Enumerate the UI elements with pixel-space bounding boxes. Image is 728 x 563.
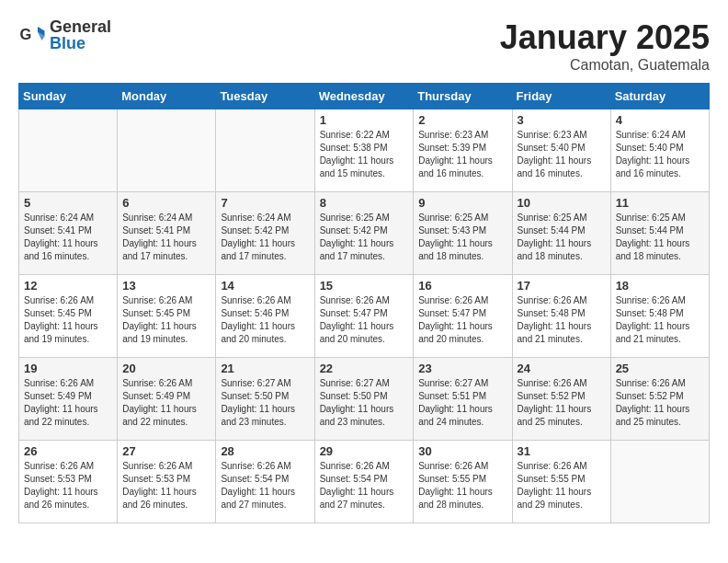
calendar-cell: 1Sunrise: 6:22 AM Sunset: 5:38 PM Daylig…	[314, 109, 414, 192]
calendar-cell: 6Sunrise: 6:24 AM Sunset: 5:41 PM Daylig…	[118, 192, 216, 275]
calendar-cell: 22Sunrise: 6:27 AM Sunset: 5:50 PM Dayli…	[314, 358, 414, 441]
day-info: Sunrise: 6:27 AM Sunset: 5:50 PM Dayligh…	[320, 377, 409, 429]
day-info: Sunrise: 6:25 AM Sunset: 5:42 PM Dayligh…	[320, 212, 409, 263]
day-info: Sunrise: 6:26 AM Sunset: 5:47 PM Dayligh…	[320, 294, 409, 346]
day-number: 25	[616, 362, 704, 375]
calendar-cell: 31Sunrise: 6:26 AM Sunset: 5:55 PM Dayli…	[512, 441, 610, 523]
calendar-cell	[118, 109, 216, 192]
day-info: Sunrise: 6:27 AM Sunset: 5:51 PM Dayligh…	[418, 377, 506, 429]
week-row-4: 19Sunrise: 6:26 AM Sunset: 5:49 PM Dayli…	[19, 358, 710, 441]
header-cell-tuesday: Tuesday	[216, 84, 314, 109]
day-info: Sunrise: 6:26 AM Sunset: 5:49 PM Dayligh…	[24, 377, 112, 429]
day-number: 22	[320, 362, 409, 375]
day-info: Sunrise: 6:26 AM Sunset: 5:49 PM Dayligh…	[122, 377, 210, 429]
day-number: 1	[320, 113, 409, 127]
day-number: 10	[518, 196, 606, 210]
calendar-cell: 16Sunrise: 6:26 AM Sunset: 5:47 PM Dayli…	[414, 275, 512, 358]
day-number: 27	[122, 444, 210, 458]
calendar-cell: 29Sunrise: 6:26 AM Sunset: 5:54 PM Dayli…	[314, 441, 414, 523]
day-info: Sunrise: 6:24 AM Sunset: 5:41 PM Dayligh…	[122, 212, 210, 263]
logo-general-text: General	[50, 18, 111, 35]
day-info: Sunrise: 6:25 AM Sunset: 5:43 PM Dayligh…	[418, 212, 506, 263]
week-row-1: 1Sunrise: 6:22 AM Sunset: 5:38 PM Daylig…	[19, 109, 710, 192]
header-cell-friday: Friday	[512, 84, 610, 109]
logo: G General Blue	[18, 18, 111, 52]
calendar-cell: 5Sunrise: 6:24 AM Sunset: 5:41 PM Daylig…	[19, 192, 118, 275]
day-number: 23	[418, 362, 506, 375]
day-number: 26	[24, 444, 112, 458]
day-number: 12	[24, 279, 112, 293]
calendar-cell: 14Sunrise: 6:26 AM Sunset: 5:46 PM Dayli…	[216, 275, 314, 358]
day-number: 19	[24, 362, 112, 375]
header-cell-sunday: Sunday	[19, 84, 118, 109]
day-number: 28	[221, 444, 309, 458]
calendar-cell: 23Sunrise: 6:27 AM Sunset: 5:51 PM Dayli…	[414, 358, 512, 441]
logo-text: General Blue	[50, 18, 111, 52]
day-number: 3	[518, 113, 606, 127]
week-row-5: 26Sunrise: 6:26 AM Sunset: 5:53 PM Dayli…	[19, 441, 710, 523]
week-row-2: 5Sunrise: 6:24 AM Sunset: 5:41 PM Daylig…	[19, 192, 710, 275]
calendar-cell: 8Sunrise: 6:25 AM Sunset: 5:42 PM Daylig…	[314, 192, 414, 275]
calendar-cell: 25Sunrise: 6:26 AM Sunset: 5:52 PM Dayli…	[610, 358, 709, 441]
calendar-cell: 10Sunrise: 6:25 AM Sunset: 5:44 PM Dayli…	[512, 192, 610, 275]
day-info: Sunrise: 6:23 AM Sunset: 5:39 PM Dayligh…	[418, 129, 506, 180]
day-info: Sunrise: 6:26 AM Sunset: 5:46 PM Dayligh…	[221, 294, 309, 346]
day-info: Sunrise: 6:26 AM Sunset: 5:52 PM Dayligh…	[518, 377, 606, 429]
title-block: January 2025 Camotan, Guatemala	[500, 18, 710, 74]
calendar-cell: 12Sunrise: 6:26 AM Sunset: 5:45 PM Dayli…	[19, 275, 118, 358]
calendar-cell: 3Sunrise: 6:23 AM Sunset: 5:40 PM Daylig…	[512, 109, 610, 192]
day-info: Sunrise: 6:24 AM Sunset: 5:40 PM Dayligh…	[616, 129, 704, 180]
week-row-3: 12Sunrise: 6:26 AM Sunset: 5:45 PM Dayli…	[19, 275, 710, 358]
day-info: Sunrise: 6:26 AM Sunset: 5:45 PM Dayligh…	[122, 294, 210, 346]
calendar-cell	[216, 109, 314, 192]
day-number: 7	[221, 196, 309, 210]
day-info: Sunrise: 6:26 AM Sunset: 5:53 PM Dayligh…	[24, 460, 112, 511]
day-number: 5	[24, 196, 112, 210]
day-info: Sunrise: 6:26 AM Sunset: 5:52 PM Dayligh…	[616, 377, 704, 429]
day-number: 6	[122, 196, 210, 210]
header-cell-thursday: Thursday	[414, 84, 512, 109]
calendar-cell: 13Sunrise: 6:26 AM Sunset: 5:45 PM Dayli…	[118, 275, 216, 358]
calendar-table: SundayMondayTuesdayWednesdayThursdayFrid…	[18, 83, 710, 523]
day-number: 21	[221, 362, 309, 375]
day-number: 4	[616, 113, 704, 127]
day-number: 16	[418, 279, 506, 293]
day-info: Sunrise: 6:26 AM Sunset: 5:55 PM Dayligh…	[518, 460, 606, 511]
day-number: 8	[320, 196, 409, 210]
calendar-cell: 9Sunrise: 6:25 AM Sunset: 5:43 PM Daylig…	[414, 192, 512, 275]
day-number: 29	[320, 444, 409, 458]
day-info: Sunrise: 6:26 AM Sunset: 5:54 PM Dayligh…	[320, 460, 409, 511]
day-info: Sunrise: 6:24 AM Sunset: 5:41 PM Dayligh…	[24, 212, 112, 263]
calendar-cell	[19, 109, 118, 192]
calendar-cell: 4Sunrise: 6:24 AM Sunset: 5:40 PM Daylig…	[610, 109, 709, 192]
day-info: Sunrise: 6:24 AM Sunset: 5:42 PM Dayligh…	[221, 212, 309, 263]
calendar-cell: 26Sunrise: 6:26 AM Sunset: 5:53 PM Dayli…	[19, 441, 118, 523]
logo-icon: G	[18, 21, 46, 49]
day-number: 24	[518, 362, 606, 375]
calendar-cell: 11Sunrise: 6:25 AM Sunset: 5:44 PM Dayli…	[610, 192, 709, 275]
calendar-cell: 27Sunrise: 6:26 AM Sunset: 5:53 PM Dayli…	[118, 441, 216, 523]
day-number: 2	[418, 113, 506, 127]
day-info: Sunrise: 6:26 AM Sunset: 5:54 PM Dayligh…	[221, 460, 309, 511]
day-info: Sunrise: 6:26 AM Sunset: 5:55 PM Dayligh…	[418, 460, 506, 511]
day-info: Sunrise: 6:26 AM Sunset: 5:48 PM Dayligh…	[616, 294, 704, 346]
day-info: Sunrise: 6:26 AM Sunset: 5:53 PM Dayligh…	[122, 460, 210, 511]
logo-blue-text: Blue	[50, 35, 111, 52]
header-cell-monday: Monday	[118, 84, 216, 109]
day-info: Sunrise: 6:26 AM Sunset: 5:48 PM Dayligh…	[518, 294, 606, 346]
day-info: Sunrise: 6:26 AM Sunset: 5:47 PM Dayligh…	[418, 294, 506, 346]
svg-text:G: G	[20, 26, 32, 42]
calendar-cell: 30Sunrise: 6:26 AM Sunset: 5:55 PM Dayli…	[414, 441, 512, 523]
day-info: Sunrise: 6:25 AM Sunset: 5:44 PM Dayligh…	[616, 212, 704, 263]
calendar-cell: 17Sunrise: 6:26 AM Sunset: 5:48 PM Dayli…	[512, 275, 610, 358]
day-number: 30	[418, 444, 506, 458]
day-number: 11	[616, 196, 704, 210]
calendar-cell: 24Sunrise: 6:26 AM Sunset: 5:52 PM Dayli…	[512, 358, 610, 441]
calendar-cell: 18Sunrise: 6:26 AM Sunset: 5:48 PM Dayli…	[610, 275, 709, 358]
day-number: 20	[122, 362, 210, 375]
day-number: 13	[122, 279, 210, 293]
calendar-cell: 19Sunrise: 6:26 AM Sunset: 5:49 PM Dayli…	[19, 358, 118, 441]
day-info: Sunrise: 6:23 AM Sunset: 5:40 PM Dayligh…	[518, 129, 606, 180]
header-row: SundayMondayTuesdayWednesdayThursdayFrid…	[19, 84, 710, 109]
calendar-cell: 20Sunrise: 6:26 AM Sunset: 5:49 PM Dayli…	[118, 358, 216, 441]
